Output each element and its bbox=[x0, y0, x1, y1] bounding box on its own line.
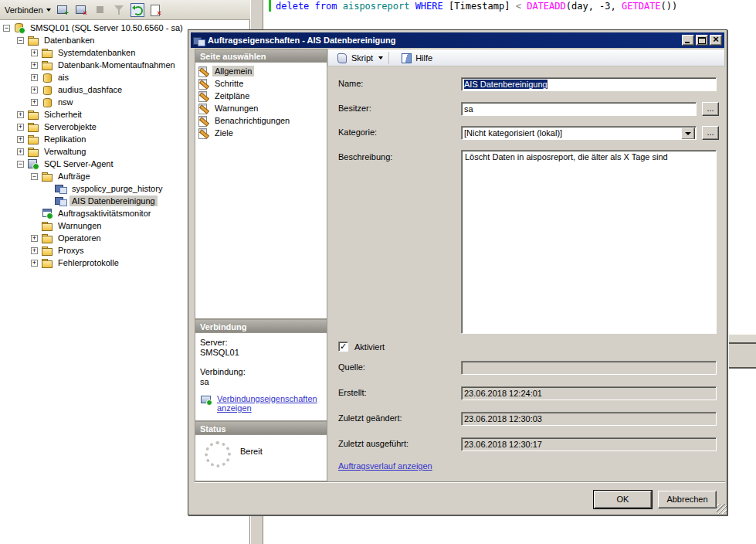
dialog-page-item[interactable]: Ziele bbox=[195, 127, 327, 139]
dialog-page-label[interactable]: Schritte bbox=[212, 78, 246, 89]
tree-item-label[interactable]: Datenbanken bbox=[42, 35, 97, 46]
dialog-page-item[interactable]: Schritte bbox=[195, 77, 327, 90]
tree-expander-icon[interactable]: − bbox=[17, 37, 24, 44]
sql-statement[interactable]: delete from aisposreport WHERE [Timestam… bbox=[276, 1, 677, 12]
script-error-icon[interactable]: × bbox=[149, 3, 163, 17]
dialog-title: Auftragseigenschaften - AIS Datenbereini… bbox=[208, 36, 680, 45]
disconnect-server-icon[interactable]: × bbox=[75, 3, 89, 17]
owner-browse-button[interactable]: ... bbox=[702, 102, 719, 116]
tree-expander-icon[interactable]: − bbox=[3, 25, 10, 32]
sql-token: GETDATE bbox=[622, 1, 661, 12]
tree-item-label[interactable]: Warnungen bbox=[56, 220, 103, 231]
aktiviert-checkbox[interactable] bbox=[338, 342, 348, 352]
tree-expander-icon[interactable]: + bbox=[31, 247, 38, 254]
page-pencil-icon bbox=[198, 66, 209, 77]
tree-item-label[interactable]: Proxys bbox=[56, 245, 86, 256]
tree-item-label[interactable]: Verwaltung bbox=[42, 146, 88, 157]
tree-expander-icon[interactable]: − bbox=[31, 173, 38, 180]
dialog-page-label[interactable]: Zeitpläne bbox=[212, 90, 252, 101]
tree-item-label[interactable]: Datenbank-Momentaufnahmen bbox=[56, 60, 178, 70]
source-label: Quelle: bbox=[338, 362, 365, 372]
dialog-page-item[interactable]: Benachrichtigungen bbox=[195, 114, 327, 127]
tree-item-label[interactable]: Auftragsaktivitätsmonitor bbox=[56, 208, 153, 219]
tree-expander-icon[interactable]: + bbox=[17, 124, 24, 131]
tree-item-label[interactable]: SMSQL01 (SQL Server 10.50.6560 - sa) bbox=[28, 22, 185, 33]
tree-expander-icon[interactable]: + bbox=[31, 62, 38, 69]
dialog-titlebar[interactable]: Auftragseigenschaften - AIS Datenbereini… bbox=[191, 32, 724, 48]
help-book-icon bbox=[401, 52, 412, 63]
tree-item-label[interactable]: Replikation bbox=[42, 134, 88, 144]
created-value: 23.06.2018 12:24:01 bbox=[461, 386, 717, 400]
tree-expander-icon[interactable]: + bbox=[31, 260, 38, 267]
minimize-button[interactable] bbox=[682, 35, 694, 46]
help-button[interactable]: Hilfe bbox=[391, 50, 436, 65]
dialog-page-label[interactable]: Benachrichtigungen bbox=[212, 115, 292, 126]
tree-item-label[interactable]: Systemdatenbanken bbox=[56, 47, 137, 58]
dialog-page-label[interactable]: Allgemein bbox=[212, 66, 254, 76]
tree-item-label[interactable]: Sicherheit bbox=[42, 109, 84, 120]
category-label: Kategorie: bbox=[338, 128, 377, 137]
dialog-page-label[interactable]: Warnungen bbox=[212, 103, 260, 114]
connection-panel: Server: SMSQL01 Verbindung: sa Verbindun… bbox=[195, 333, 327, 421]
pages-header: Seite auswählen bbox=[195, 49, 327, 63]
description-textarea[interactable]: Löscht Daten in aisposreport, die älter … bbox=[461, 150, 717, 334]
object-explorer-toolbar: Verbinden + × × bbox=[0, 0, 250, 20]
category-browse-button[interactable]: ... bbox=[702, 126, 719, 140]
ok-button[interactable]: OK bbox=[594, 491, 652, 508]
close-button[interactable] bbox=[710, 35, 722, 46]
connect-server-icon[interactable]: + bbox=[56, 3, 70, 17]
connection-properties-link[interactable]: Verbindungseigenschaften anzeigen bbox=[217, 394, 308, 413]
folder-icon bbox=[41, 232, 53, 244]
sql-token: ()) bbox=[661, 1, 678, 12]
description-label: Beschreibung: bbox=[338, 152, 392, 162]
name-input[interactable]: AIS Datenbereinigung bbox=[461, 77, 717, 91]
tree-expander-icon bbox=[31, 223, 38, 230]
tree-item-label[interactable]: Operatoren bbox=[56, 233, 103, 243]
tree-item-label[interactable]: Serverobjekte bbox=[42, 121, 99, 132]
source-input bbox=[461, 361, 717, 375]
tree-expander-icon[interactable]: + bbox=[31, 49, 38, 56]
dialog-page-item[interactable]: Allgemein bbox=[195, 65, 327, 77]
created-label: Erstellt: bbox=[338, 388, 367, 397]
tree-expander-icon[interactable]: − bbox=[17, 161, 24, 168]
dialog-page-label[interactable]: Ziele bbox=[212, 128, 236, 138]
refresh-icon[interactable] bbox=[131, 3, 144, 17]
sql-token bbox=[409, 1, 415, 12]
tree-item-label[interactable]: Aufträge bbox=[56, 171, 93, 182]
tree-item-label[interactable]: SQL Server-Agent bbox=[42, 158, 115, 169]
owner-input[interactable]: sa bbox=[461, 102, 697, 116]
dialog-page-item[interactable]: Warnungen bbox=[195, 102, 327, 114]
category-select[interactable]: [Nicht kategorisiert (lokal)] bbox=[461, 126, 697, 140]
folder-icon bbox=[41, 46, 53, 59]
connection-properties-icon bbox=[200, 395, 212, 406]
tree-item-label[interactable]: AIS Datenbereinigung bbox=[69, 196, 158, 206]
tree-expander-icon[interactable]: + bbox=[31, 99, 38, 106]
resize-grip[interactable] bbox=[717, 504, 727, 514]
tree-item-label[interactable]: ais bbox=[56, 72, 71, 83]
script-button[interactable]: Skript bbox=[333, 50, 387, 65]
tree-expander-icon[interactable]: + bbox=[31, 87, 38, 94]
job-properties-dialog: Auftragseigenschaften - AIS Datenbereini… bbox=[188, 29, 727, 515]
tree-item-label[interactable]: nsw bbox=[56, 97, 76, 107]
monitor-icon bbox=[41, 207, 53, 219]
dialog-toolbar: Skript Hilfe bbox=[327, 49, 725, 66]
tree-item-label[interactable]: syspolicy_purge_history bbox=[69, 183, 164, 194]
maximize-button[interactable] bbox=[696, 35, 708, 46]
dialog-page-item[interactable]: Zeitpläne bbox=[195, 90, 327, 102]
tree-item-label[interactable]: audius_dashface bbox=[56, 84, 124, 95]
folder-icon bbox=[41, 59, 53, 71]
tree-item-label[interactable]: Fehlerprotokolle bbox=[56, 257, 121, 268]
stop-icon bbox=[93, 3, 107, 17]
combo-dropdown-icon[interactable] bbox=[681, 128, 695, 140]
tree-expander-icon[interactable]: + bbox=[17, 136, 24, 143]
connect-button[interactable]: Verbinden bbox=[2, 2, 54, 18]
tree-expander-icon[interactable]: + bbox=[31, 235, 38, 242]
db-icon bbox=[41, 83, 53, 96]
status-panel: Bereit bbox=[195, 435, 327, 481]
tree-expander-icon[interactable]: + bbox=[17, 111, 24, 118]
tree-expander-icon[interactable]: + bbox=[17, 148, 24, 155]
tree-expander-icon bbox=[31, 210, 38, 217]
job-history-link[interactable]: Auftragsverlauf anzeigen bbox=[338, 461, 432, 471]
tree-expander-icon[interactable]: + bbox=[31, 74, 38, 81]
cancel-button[interactable]: Abbrechen bbox=[658, 491, 717, 508]
